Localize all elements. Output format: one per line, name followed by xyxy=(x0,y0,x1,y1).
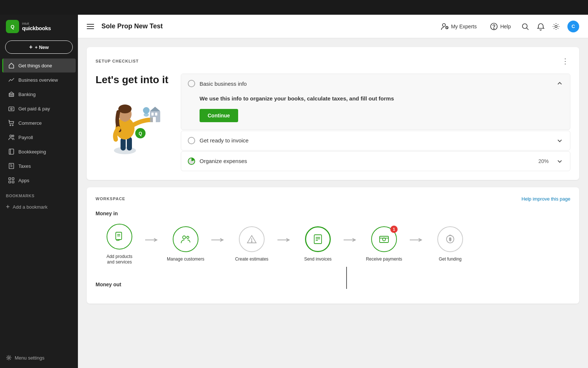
more-options-button[interactable]: ⋮ xyxy=(560,56,570,66)
dollar-icon xyxy=(8,105,15,112)
money-in-label: Money in xyxy=(96,210,570,216)
checklist-radio-expenses-partial xyxy=(188,158,195,165)
svg-rect-57 xyxy=(314,235,322,244)
workflow-arrow-3 xyxy=(276,237,294,243)
svg-point-51 xyxy=(183,236,186,239)
sidebar-item-commerce[interactable]: Commerce xyxy=(2,116,76,130)
manage-customers-label: Manage customers xyxy=(167,256,204,262)
svg-point-44 xyxy=(144,113,149,117)
checklist-item-invoice-label: Get ready to invoice xyxy=(200,137,552,144)
svg-point-7 xyxy=(11,108,12,110)
workflow-item-manage-customers[interactable]: Manage customers xyxy=(162,226,209,262)
svg-rect-62 xyxy=(380,236,388,243)
checklist-item-expenses-label: Organize expenses xyxy=(200,158,534,164)
workflow-circle-create-estimates xyxy=(239,226,265,252)
bookmarks-section: BOOKMARKS + Add a bookmark xyxy=(0,194,78,215)
add-bookmark[interactable]: + Add a bookmark xyxy=(6,201,72,213)
illustration-svg: Q xyxy=(96,90,165,156)
svg-point-22 xyxy=(8,357,10,359)
setup-card-header: SETUP CHECKLIST ⋮ xyxy=(96,56,570,66)
checklist-radio-invoice xyxy=(188,137,195,144)
new-button[interactable]: + + New xyxy=(5,40,73,54)
sidebar-item-get-things-done[interactable]: Get things done xyxy=(2,59,76,72)
sidebar-item-apps[interactable]: Apps xyxy=(2,173,76,187)
checklist-description: We use this info to organize your books,… xyxy=(200,95,563,103)
checklist-item-basic-info: Basic business info We use this info to … xyxy=(181,74,570,130)
svg-rect-41 xyxy=(153,117,156,122)
pointer-line-send-invoices xyxy=(346,267,347,289)
help-icon xyxy=(490,22,498,31)
svg-point-10 xyxy=(10,135,12,137)
payment-badge: 1 xyxy=(390,226,398,233)
checklist-item-invoice: Get ready to invoice xyxy=(181,131,570,151)
setup-label: SETUP CHECKLIST xyxy=(96,59,139,63)
people-icon xyxy=(8,134,15,141)
workflow-arrow-1 xyxy=(143,237,162,243)
svg-rect-6 xyxy=(9,107,14,111)
notifications-button[interactable] xyxy=(537,22,545,31)
svg-point-9 xyxy=(12,125,13,126)
create-estimates-label: Create estimates xyxy=(235,256,269,262)
svg-point-23 xyxy=(442,24,445,26)
receipt-hand-icon xyxy=(114,231,125,243)
help-improve-link[interactable]: Help improve this page xyxy=(521,196,570,202)
checklist-items: Basic business info We use this info to … xyxy=(181,74,570,171)
add-products-label: Add productsand services xyxy=(107,254,133,265)
sidebar-item-banking[interactable]: Banking xyxy=(2,87,76,101)
svg-point-29 xyxy=(555,25,557,28)
sidebar: Q intuit quickbooks + + New Get things d… xyxy=(0,15,78,368)
chevron-up-icon xyxy=(556,80,563,87)
sidebar-item-get-paid-pay[interactable]: Get paid & pay xyxy=(2,102,76,116)
checklist-item-basic-info-body: We use this info to organize your books,… xyxy=(181,93,570,130)
svg-point-27 xyxy=(523,24,527,28)
shop-icon xyxy=(8,120,15,126)
workflow-item-add-products[interactable]: Add productsand services xyxy=(96,224,143,265)
sidebar-item-payroll[interactable]: Payroll xyxy=(2,130,76,144)
tax-icon xyxy=(8,163,15,169)
book-icon xyxy=(8,148,15,155)
sidebar-item-business-overview[interactable]: Business overview xyxy=(2,73,76,87)
experts-icon xyxy=(441,22,449,31)
workflow-arrow-4 xyxy=(342,237,360,243)
workflow-item-send-invoices[interactable]: Send invoices xyxy=(294,226,342,262)
main-area: Sole Prop New Test My Experts xyxy=(78,15,588,368)
checklist-item-invoice-header[interactable]: Get ready to invoice xyxy=(181,131,570,150)
user-avatar[interactable]: C xyxy=(567,21,579,32)
menu-settings[interactable]: Menu settings xyxy=(0,351,78,364)
checklist-item-basic-info-header[interactable]: Basic business info xyxy=(181,74,570,93)
money-bag-icon: $ xyxy=(444,233,456,245)
checklist-item-expenses-header[interactable]: Organize expenses 20% xyxy=(181,152,570,171)
workflow-row: Add productsand services xyxy=(96,224,570,265)
sidebar-item-bookkeeping[interactable]: Bookkeeping xyxy=(2,145,76,159)
sidebar-item-taxes[interactable]: Taxes xyxy=(2,159,76,173)
continue-button[interactable]: Continue xyxy=(200,109,238,122)
arrow-icon-4 xyxy=(344,237,358,243)
svg-point-36 xyxy=(118,105,132,113)
sidebar-logo: Q intuit quickbooks xyxy=(0,15,78,38)
workflow-circle-get-funding: $ xyxy=(437,226,463,252)
svg-rect-39 xyxy=(151,113,154,116)
workflow-circle-receive-payments: 1 xyxy=(371,226,397,252)
workflow-item-get-funding[interactable]: $ Get funding xyxy=(426,226,474,262)
workspace-card: WORKSPACE Help improve this page Money i… xyxy=(87,187,579,304)
hamburger-menu[interactable] xyxy=(87,22,96,31)
setup-illustration: Let's get into it xyxy=(96,74,169,155)
checklist-item-basic-info-label: Basic business info xyxy=(200,81,552,87)
my-experts-button[interactable]: My Experts xyxy=(438,20,480,33)
workflow-arrow-5 xyxy=(408,237,426,243)
payment-icon xyxy=(378,233,390,245)
search-button[interactable] xyxy=(521,22,529,31)
svg-text:$: $ xyxy=(449,237,451,241)
svg-rect-12 xyxy=(9,149,14,154)
setup-content: Let's get into it xyxy=(96,74,570,171)
workflow-item-receive-payments[interactable]: 1 Receive payments xyxy=(360,226,408,262)
arrow-icon-3 xyxy=(277,237,292,243)
workflow-item-create-estimates[interactable]: Create estimates xyxy=(228,226,276,262)
help-button[interactable]: Help xyxy=(487,20,514,33)
pointer-container xyxy=(96,267,570,289)
svg-point-8 xyxy=(10,125,11,126)
gear-icon xyxy=(6,355,12,361)
arrow-icon-5 xyxy=(410,237,424,243)
svg-text:Q: Q xyxy=(11,24,14,29)
settings-button[interactable] xyxy=(552,22,560,31)
